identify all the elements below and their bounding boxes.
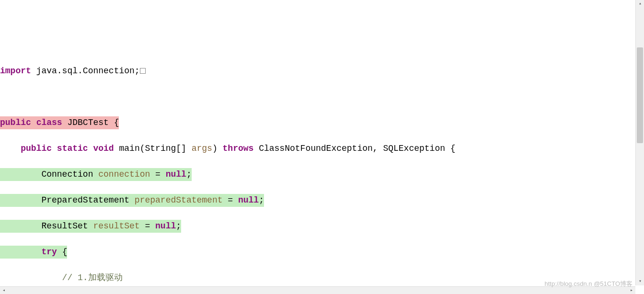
- kw-null: null: [238, 195, 259, 205]
- kw-public: public: [21, 144, 52, 153]
- param-args: args: [192, 144, 212, 153]
- indent: [0, 247, 41, 257]
- coverage-line: ResultSet resultSet = null;: [0, 220, 181, 233]
- throws-list: ClassNotFoundException, SQLException {: [253, 144, 455, 153]
- eq: =: [150, 170, 165, 179]
- kw-void: void: [93, 144, 114, 153]
- kw-static: static: [57, 144, 88, 153]
- kw-throws: throws: [223, 144, 254, 153]
- scroll-up-arrow-icon[interactable]: ▴: [636, 0, 644, 8]
- eq: =: [223, 195, 238, 205]
- sc: ;: [259, 195, 264, 205]
- type: PreparedStatement: [0, 195, 135, 205]
- vertical-scrollbar[interactable]: ▴ ▾: [635, 0, 644, 285]
- var-connection: connection: [98, 170, 150, 179]
- eq: =: [140, 221, 155, 231]
- kw-public: public: [0, 118, 31, 127]
- type: ResultSet: [0, 221, 93, 231]
- import-target: java.sql.Connection;: [31, 66, 140, 76]
- scroll-left-arrow-icon[interactable]: ◂: [0, 287, 8, 294]
- keyword-import: import: [0, 66, 31, 76]
- class-name: JDBCTest {: [62, 118, 119, 127]
- paren: ): [212, 144, 223, 153]
- fold-icon[interactable]: [140, 68, 146, 74]
- coverage-line: try {: [0, 246, 67, 259]
- code-editor[interactable]: import java.sql.Connection; public class…: [0, 52, 632, 294]
- method-sig: main(String[]: [114, 144, 192, 153]
- comment-1: // 1.加载驱动: [0, 273, 123, 283]
- kw-class: class: [36, 118, 62, 127]
- indent: [0, 144, 21, 153]
- horizontal-scrollbar[interactable]: ◂ ▸: [0, 286, 635, 294]
- sc: ;: [186, 170, 192, 179]
- scrollbar-thumb[interactable]: [637, 47, 643, 143]
- class-decl-highlight: public class JDBCTest {: [0, 116, 119, 129]
- coverage-line: PreparedStatement preparedStatement = nu…: [0, 194, 264, 207]
- coverage-line: Connection connection = null;: [0, 168, 192, 181]
- scroll-right-arrow-icon[interactable]: ▸: [628, 287, 635, 294]
- var-resultSet: resultSet: [93, 221, 139, 231]
- type: Connection: [0, 170, 98, 179]
- kw-null: null: [166, 170, 186, 179]
- var-preparedStatement: preparedStatement: [135, 195, 223, 205]
- kw-try: try: [41, 247, 57, 257]
- scroll-down-arrow-icon[interactable]: ▾: [636, 278, 644, 285]
- kw-null: null: [155, 221, 176, 231]
- sc: ;: [176, 221, 181, 231]
- brace: {: [57, 247, 68, 257]
